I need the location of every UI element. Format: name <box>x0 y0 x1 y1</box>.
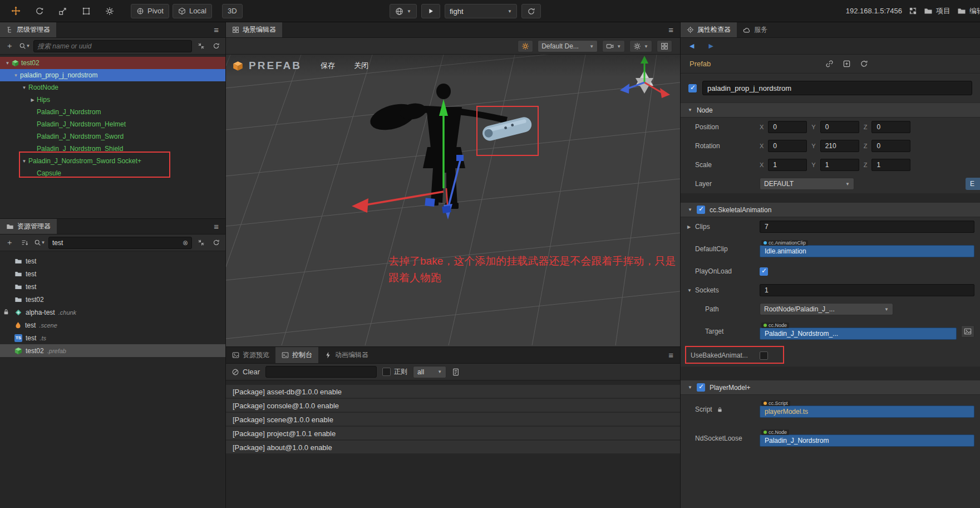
collapse-all-button[interactable] <box>195 40 207 52</box>
add-node-button[interactable]: ＋ <box>3 40 16 52</box>
preview-platform-button[interactable]: ▼ <box>390 4 417 18</box>
component-enabled-checkbox[interactable] <box>697 206 705 214</box>
tab-animation-editor[interactable]: 动画编辑器 <box>318 347 375 363</box>
asset-item[interactable]: TStest.ts <box>0 331 225 344</box>
section-node[interactable]: ▼ Node <box>681 102 980 118</box>
console-menu-icon[interactable]: ≡ <box>662 350 680 360</box>
asset-item-selected[interactable]: test02.prefab <box>0 344 225 357</box>
node-active-checkbox[interactable] <box>688 84 697 92</box>
log-line[interactable]: [Package] console@1.0.0 enable <box>226 399 680 413</box>
sockets-count-input[interactable]: 1 <box>760 284 974 296</box>
open-editor-button[interactable]: 编辑器 <box>957 6 980 16</box>
gizmo-settings-button[interactable] <box>100 4 120 18</box>
tree-node[interactable]: Capsule <box>0 167 225 179</box>
asset-item[interactable]: test02 <box>0 293 225 306</box>
collapse-arrow-icon[interactable]: ▼ <box>3 61 12 66</box>
clear-search-icon[interactable]: ⊗ <box>183 239 188 247</box>
log-line[interactable]: [Package] about@1.0.0 enable <box>226 441 680 455</box>
reset-prefab-icon[interactable] <box>860 60 868 68</box>
collapse-arrow-icon[interactable]: ▼ <box>20 159 28 164</box>
scale-x-input[interactable]: 1 <box>768 159 807 171</box>
refresh-preview-button[interactable] <box>521 4 541 18</box>
rotate-tool-button[interactable] <box>29 4 50 18</box>
log-level-select[interactable]: all▼ <box>413 366 446 378</box>
asset-item[interactable]: alpha-test.chunk <box>0 306 225 319</box>
hierarchy-search-input[interactable] <box>37 42 188 50</box>
add-asset-button[interactable]: ＋ <box>3 237 16 249</box>
locate-prefab-icon[interactable] <box>843 60 851 68</box>
section-player-model[interactable]: ▼ PlayerModel+ <box>681 380 980 395</box>
socket-path-select[interactable]: RootNode/Paladin_J_...▼ <box>760 303 893 315</box>
rotation-y-input[interactable]: 210 <box>820 140 859 152</box>
default-clip-field[interactable]: Idle.animation <box>760 245 974 257</box>
socket-target-field[interactable]: Paladin_J_Nordstrom_... <box>760 328 957 340</box>
expand-arrow-icon[interactable]: ▶ <box>687 224 695 229</box>
position-z-input[interactable]: 0 <box>871 121 910 133</box>
tree-node[interactable]: ▶Hips <box>0 94 225 106</box>
tab-console[interactable]: 控制台 <box>275 347 318 363</box>
expand-arrow-icon[interactable]: ▶ <box>28 97 37 102</box>
search-filter-button[interactable]: ▼ <box>33 237 46 249</box>
scene-menu-icon[interactable]: ≡ <box>662 25 680 35</box>
collapse-arrow-icon[interactable]: ▼ <box>12 73 20 78</box>
collapse-all-button[interactable] <box>195 237 207 249</box>
camera-profile-select[interactable]: Default De...▼ <box>538 40 598 52</box>
log-line[interactable]: [Package] asset-db@1.0.0 enable <box>226 385 680 399</box>
nav-forward-button[interactable]: ▶ <box>708 42 713 50</box>
scale-y-input[interactable]: 1 <box>820 159 859 171</box>
tab-inspector[interactable]: 属性检查器 <box>681 22 737 37</box>
prefab-save-button[interactable]: 保存 <box>321 61 335 71</box>
sort-assets-button[interactable] <box>18 237 31 249</box>
refresh-assets-button[interactable] <box>210 237 222 249</box>
scene-gizmo-settings-button[interactable] <box>518 40 533 52</box>
open-project-button[interactable]: 项目 <box>924 6 951 16</box>
tab-hierarchy[interactable]: 层级管理器 <box>0 22 56 37</box>
hierarchy-menu-icon[interactable]: ≡ <box>207 25 225 35</box>
tree-node-selected[interactable]: ▼paladin_prop_j_nordstrom <box>0 69 225 81</box>
layer-select[interactable]: DEFAULT▼ <box>760 178 854 190</box>
nd-socket-loose-field[interactable]: Paladin_J_Nordstrom <box>760 434 974 447</box>
tab-scene[interactable]: 场景编辑器 <box>226 22 282 37</box>
pick-node-button[interactable] <box>961 325 974 338</box>
local-toggle-button[interactable]: Local <box>173 4 212 18</box>
section-skeletal-animation[interactable]: ▼ cc.SkeletalAnimation <box>681 202 980 217</box>
regex-checkbox[interactable] <box>382 368 391 376</box>
asset-item[interactable]: test.scene <box>0 319 225 331</box>
asset-item[interactable]: test <box>0 267 225 280</box>
use-baked-animation-checkbox[interactable] <box>760 351 768 360</box>
console-filter-input[interactable] <box>265 366 377 378</box>
clips-count-input[interactable]: 7 <box>760 221 974 233</box>
rect-tool-button[interactable] <box>76 4 96 18</box>
scene-viewport[interactable]: PREFAB 保存 关闭 去掉了bake，这个添加的挂载武器还是不会跟着手挥动，… <box>226 55 680 346</box>
scene-settings-button[interactable]: ▼ <box>629 40 652 52</box>
play-button[interactable] <box>421 4 440 18</box>
nav-back-button[interactable]: ◀ <box>690 42 694 50</box>
tree-node[interactable]: ▼RootNode <box>0 81 225 94</box>
position-x-input[interactable]: 0 <box>768 121 807 133</box>
3d-mode-button[interactable]: 3D <box>222 4 243 18</box>
scale-z-input[interactable]: 1 <box>871 159 910 171</box>
tree-node[interactable]: ▼Paladin_J_Nordstrom_Sword Socket+ <box>0 155 225 167</box>
tree-node[interactable]: ▼test02 <box>0 57 225 69</box>
log-line[interactable]: [Package] scene@1.0.0 enable <box>226 413 680 427</box>
asset-item[interactable]: test <box>0 255 225 267</box>
play-on-load-checkbox[interactable] <box>760 267 768 276</box>
move-tool-button[interactable] <box>6 4 26 18</box>
assets-menu-icon[interactable]: ≡ <box>207 222 225 231</box>
collapse-arrow-icon[interactable]: ▼ <box>687 288 695 293</box>
assets-search-input[interactable] <box>52 239 180 247</box>
unlink-prefab-icon[interactable] <box>825 60 834 68</box>
component-enabled-checkbox[interactable] <box>697 383 705 392</box>
tab-service[interactable]: 服务 <box>737 22 774 37</box>
tab-assets[interactable]: 资源管理器 <box>0 219 57 234</box>
layout-button[interactable] <box>657 40 672 52</box>
collapse-arrow-icon[interactable]: ▼ <box>20 85 28 90</box>
search-filter-button[interactable]: ▼ <box>18 40 31 52</box>
tree-node[interactable]: Paladin_J_Nordstrom_Shield <box>0 143 225 155</box>
tree-node[interactable]: Paladin_J_Nordstrom_Sword <box>0 130 225 143</box>
clear-console-button[interactable]: Clear <box>232 368 260 376</box>
scale-tool-button[interactable] <box>53 4 73 18</box>
refresh-hierarchy-button[interactable] <box>210 40 222 52</box>
log-file-icon[interactable] <box>452 368 460 376</box>
node-name-input[interactable] <box>702 81 972 95</box>
